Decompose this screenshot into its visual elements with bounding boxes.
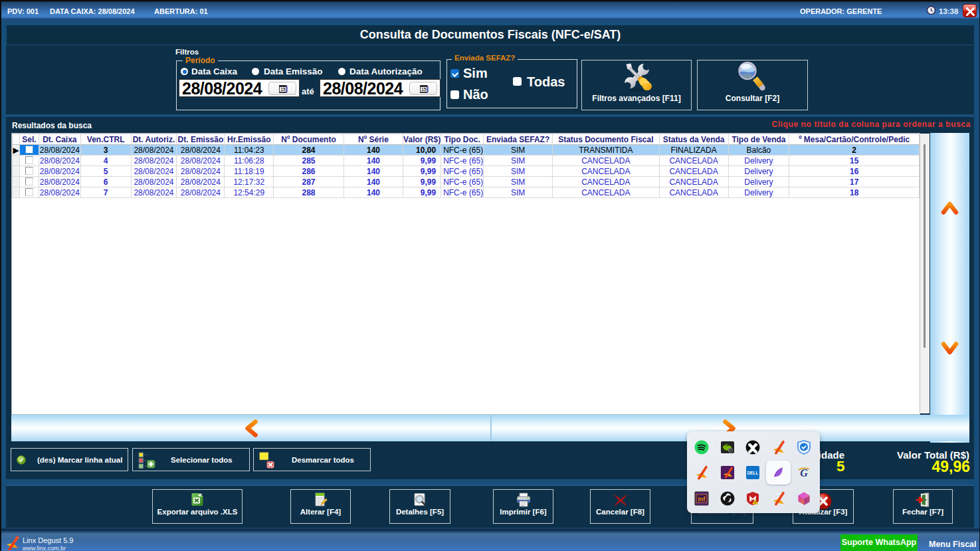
svg-text:G: G [800,467,808,479]
svg-text:15: 15 [421,87,427,92]
svg-text:One: One [776,491,782,495]
svg-text:Inf: Inf [698,495,706,502]
svg-text:15: 15 [280,87,286,92]
svg-text:!: ! [755,500,756,504]
svg-text:DELL: DELL [747,471,759,475]
